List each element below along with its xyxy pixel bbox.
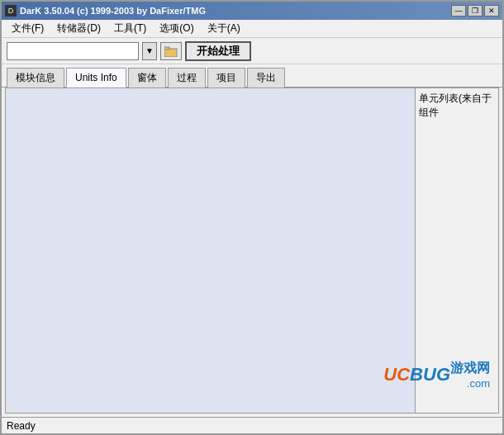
menu-tools[interactable]: 工具(T) <box>107 20 153 37</box>
tab-module-info[interactable]: 模块信息 <box>7 68 64 87</box>
tab-bar: 模块信息 Units Info 窗体 过程 项目 导出 <box>2 64 502 87</box>
toolbar: ▼ 开始处理 <box>2 38 502 64</box>
folder-icon <box>164 45 178 57</box>
menu-bar: 文件(F) 转储器(D) 工具(T) 选项(O) 关于(A) <box>2 20 502 38</box>
svg-rect-1 <box>164 47 169 50</box>
restore-button[interactable]: ❐ <box>468 5 483 17</box>
main-content: 单元列表(来自于组件 UC BUG 游戏网 .com <box>5 87 499 414</box>
menu-about[interactable]: 关于(A) <box>201 20 247 37</box>
combo-dropdown-button[interactable]: ▼ <box>142 42 157 60</box>
minimize-button[interactable]: — <box>451 5 466 17</box>
tab-window[interactable]: 窗体 <box>128 68 166 87</box>
title-bar: D DarK 3.50.04 (c) 1999-2003 by DaFixer/… <box>2 2 502 20</box>
title-text: DarK 3.50.04 (c) 1999-2003 by DaFixer/TM… <box>20 6 206 16</box>
title-bar-left: D DarK 3.50.04 (c) 1999-2003 by DaFixer/… <box>5 5 206 17</box>
status-text: Ready <box>7 420 36 432</box>
status-bar: Ready <box>2 417 502 433</box>
component-panel-label: 单元列表(来自于组件 <box>419 92 492 118</box>
menu-options[interactable]: 选项(O) <box>153 20 200 37</box>
menu-converter[interactable]: 转储器(D) <box>50 20 107 37</box>
file-input[interactable] <box>7 42 139 60</box>
start-button[interactable]: 开始处理 <box>185 41 251 61</box>
main-window: D DarK 3.50.04 (c) 1999-2003 by DaFixer/… <box>0 0 504 435</box>
tab-project[interactable]: 项目 <box>207 68 245 87</box>
component-panel: 单元列表(来自于组件 <box>416 88 498 413</box>
units-list-panel[interactable] <box>6 88 416 413</box>
app-icon: D <box>5 5 17 17</box>
close-button[interactable]: ✕ <box>484 5 499 17</box>
menu-file[interactable]: 文件(F) <box>5 20 50 37</box>
tab-export[interactable]: 导出 <box>247 68 285 87</box>
tab-units-info[interactable]: Units Info <box>66 68 126 87</box>
title-buttons: — ❐ ✕ <box>451 5 499 17</box>
tab-process[interactable]: 过程 <box>168 68 206 87</box>
folder-open-button[interactable] <box>160 42 182 60</box>
